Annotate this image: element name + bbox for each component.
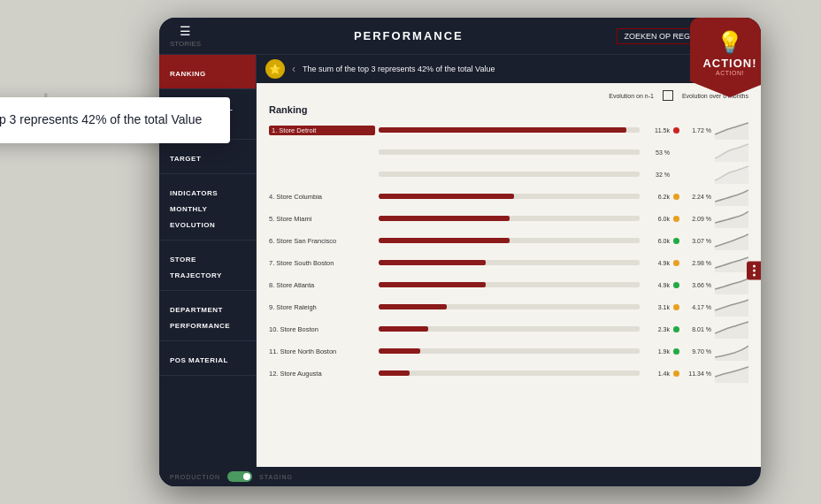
store-row[interactable]: 7. Store South Boston 4.9k 2.98 % [269,253,748,272]
store-value: 32 % [643,172,670,178]
store-dot [673,149,679,156]
store-sparkline [715,253,748,272]
banner-icon: ⭐ [265,59,285,79]
store-value: 3.1k [643,304,670,310]
store-name: 10. Store Boston [269,325,375,333]
action-label: ACTION! [702,57,756,70]
store-bar-container [379,260,640,265]
store-spacer-row: 53 % [269,142,748,162]
store-value: 4.9k [643,260,670,266]
store-dot [673,238,679,244]
store-value: 53 % [643,149,670,156]
store-sparkline [715,231,748,250]
store-bar-container [379,238,640,243]
store-sparkline [715,209,748,228]
ranking-section: Evolution on n-1 Evolution over 6 months… [257,83,761,393]
store-pct: 2.98 % [683,260,711,266]
tooltip-text: The sum of the top 3 represents 42% of t… [0,112,202,126]
store-row[interactable]: 10. Store Boston 2.3k 8.01 % [269,319,748,339]
store-dot [673,260,679,266]
sidebar-item-indicators[interactable]: INDICATORS MONTHLY EVOLUTION [159,174,256,241]
menu-icon[interactable]: ☰ [180,24,191,38]
production-label: PRODUCTION [170,474,220,480]
sidebar-item-dept-perf[interactable]: DEPARTMENT PERFORMANCE [159,291,256,341]
store-sparkline [715,275,748,294]
store-sparkline [715,363,748,383]
store-list: 1. Store Detroit 11.5k 1.72 % 53 % 32 % [269,120,748,386]
store-value: 4.9k [643,282,670,288]
store-name: 7. Store South Boston [269,259,375,267]
store-bar [379,260,486,265]
store-bar-container [379,194,640,199]
store-value: 6.2k [643,194,670,200]
ranking-header: Evolution on n-1 Evolution over 6 months [269,90,748,101]
store-name: 4. Store Columbia [269,193,375,201]
store-dot [673,127,679,134]
store-bar-container [379,282,640,287]
app-title: PERFORMANCE [354,29,464,42]
store-name: 1. Store Detroit [269,126,375,135]
more-options-button[interactable] [747,262,761,280]
action-sub-label: ACTION! [716,70,744,76]
store-value: 2.3k [643,326,670,332]
store-sparkline [715,297,748,317]
store-pct: 2.09 % [683,216,711,222]
store-dot [673,370,679,377]
store-value: 11.5k [643,127,670,134]
store-row[interactable]: 5. Store Miami 6.0k 2.09 % [269,209,748,228]
store-row[interactable]: 9. Store Raleigh 3.1k 4.17 % [269,297,748,317]
sidebar-item-target[interactable]: TARGET [159,140,256,174]
store-dot [673,282,679,288]
store-bar [379,304,447,309]
store-row[interactable]: 6. Store San Francisco 6.0k 3.07 % [269,231,748,250]
store-value: 6.0k [643,238,670,244]
store-bar-container [379,172,640,177]
store-pct: 2.24 % [683,194,711,200]
device-frame: 💡 ACTION! ACTION! ☰ STORIES PERFORMANCE … [159,18,761,486]
content-panel: ⭐ ‹ The sum of the top 3 represents 42% … [257,55,761,486]
store-row[interactable]: 1. Store Detroit 11.5k 1.72 % [269,120,748,140]
store-row[interactable]: 8. Store Atlanta 4.9k 3.66 % [269,275,748,294]
store-pct: 9.70 % [683,348,711,355]
store-row[interactable]: 4. Store Columbia 6.2k 2.24 % [269,187,748,206]
store-sparkline [715,142,748,162]
store-row[interactable]: 12. Store Augusta 1.4k 11.34 % [269,363,748,383]
bulb-icon: 💡 [717,30,743,55]
store-bar [379,194,514,199]
store-bar-container [379,127,640,133]
store-pct: 4.17 % [683,304,711,310]
store-pct: 3.07 % [683,238,711,244]
store-sparkline [715,319,748,339]
store-bar [379,238,510,243]
store-value: 6.0k [643,216,670,222]
tooltip-overlay: The sum of the top 3 represents 42% of t… [0,97,230,143]
store-dot [673,348,679,355]
store-pct: 8.01 % [683,326,711,332]
store-name: 5. Store Miami [269,215,375,223]
env-bar: PRODUCTION STAGING [159,467,761,486]
evolution-box [663,90,673,101]
sidebar-item-ranking[interactable]: RANKING [159,55,256,89]
top-bar: ☰ STORIES PERFORMANCE ZOEKEN OP REGIO, A… [159,18,761,55]
store-bar-container [379,216,640,221]
store-bar-container [379,370,640,376]
store-bar [379,216,510,221]
store-bar [379,348,420,354]
stories-label: STORIES [170,40,201,48]
store-pct: 1.72 % [683,127,711,134]
banner-prev[interactable]: ‹ [292,63,295,75]
env-toggle[interactable] [227,471,252,482]
store-dot [673,326,679,332]
sidebar-item-store-trajectory[interactable]: STORE TRAJECTORY [159,241,256,291]
store-bar [379,370,410,376]
sidebar-item-pos[interactable]: POS MATERIAL [159,341,256,376]
store-bar-container [379,149,640,155]
store-bar [379,282,486,287]
staging-label: STAGING [259,474,293,480]
action-badge[interactable]: 💡 ACTION! ACTION! [690,18,761,97]
banner-bar: ⭐ ‹ The sum of the top 3 represents 42% … [257,55,761,83]
store-row[interactable]: 11. Store North Boston 1.9k 9.70 % [269,341,748,361]
store-dot [673,194,679,200]
evolution-label: Evolution on n-1 [609,93,654,99]
store-name: 6. Store San Francisco [269,237,375,245]
